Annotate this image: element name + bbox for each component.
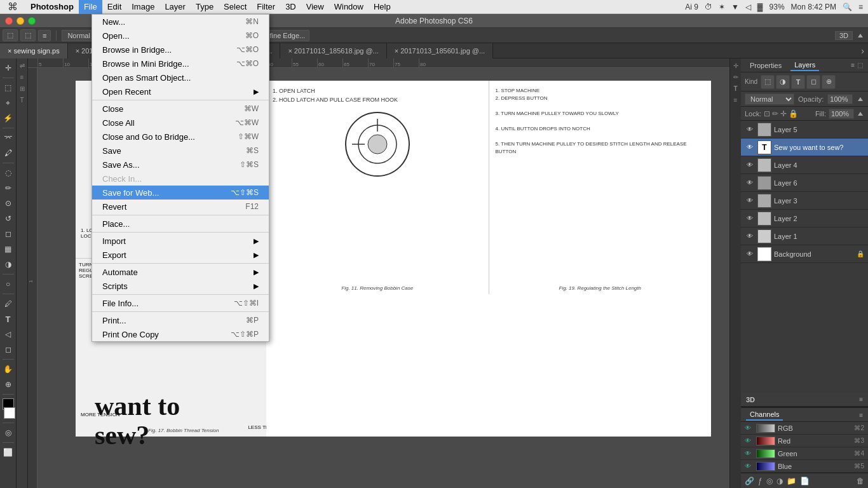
layer-item-bg[interactable]: 👁 Background 🔒	[741, 245, 868, 263]
channel-eye-green[interactable]: 👁	[745, 450, 754, 457]
maximize-button[interactable]	[28, 17, 36, 25]
menu-save-web[interactable]: Save for Web... ⌥⇧⌘S	[92, 186, 269, 200]
layer-eye-1[interactable]: 👁	[745, 231, 755, 241]
heal-tool[interactable]: ◌	[1, 166, 15, 180]
3d-button[interactable]: 3D	[835, 31, 853, 40]
type-tool[interactable]: T	[1, 312, 15, 326]
zoom-tool[interactable]: ⊕	[1, 377, 15, 391]
background-color[interactable]	[4, 407, 15, 419]
menu-layer[interactable]: Layer	[159, 0, 191, 14]
link-layers-btn[interactable]: 🔗	[745, 477, 754, 485]
menu-view[interactable]: View	[301, 0, 329, 14]
layer-eye-3[interactable]: 👁	[745, 196, 755, 206]
channels-menu-icon[interactable]: ≡	[859, 412, 863, 419]
panel-toggle-3[interactable]: ⊞	[18, 84, 27, 93]
layer-eye-2[interactable]: 👁	[745, 214, 755, 224]
eyedropper-tool[interactable]: 🖍	[1, 146, 15, 160]
filter-shape-icon[interactable]: ◻	[806, 75, 820, 89]
time-machine-icon[interactable]: ⏱	[705, 3, 712, 11]
channel-eye-blue[interactable]: 👁	[745, 463, 754, 470]
add-mask-btn[interactable]: ◎	[766, 477, 773, 485]
gradient-tool[interactable]: ▦	[1, 242, 15, 256]
menu-print-one[interactable]: Print One Copy ⌥⇧⌘P	[92, 327, 269, 341]
channel-blue[interactable]: 👁 Blue ⌘5	[741, 460, 868, 473]
menu-save-as[interactable]: Save As... ⇧⌘S	[92, 158, 269, 172]
blur-tool[interactable]: ◑	[1, 257, 15, 271]
eraser-tool[interactable]: ◻	[1, 227, 15, 241]
panel-collapse-icon[interactable]: ≡	[851, 62, 855, 69]
menu-open[interactable]: Open... ⌘O	[92, 29, 269, 43]
minimize-button[interactable]	[17, 17, 24, 25]
properties-tab[interactable]: Properties	[746, 60, 785, 71]
lock-pixels-icon[interactable]: ⊡	[764, 109, 770, 118]
tab-3[interactable]: × 20171013_185618.jpg @...	[280, 43, 386, 58]
menu-print[interactable]: Print... ⌘P	[92, 313, 269, 327]
filter-pixel-icon[interactable]: ⬚	[761, 75, 775, 89]
expand-icon[interactable]	[855, 30, 865, 41]
lock-position-icon[interactable]: ✏	[772, 109, 778, 118]
path-select-tool[interactable]: ◁	[1, 327, 15, 341]
pen-tool[interactable]: 🖊	[1, 297, 15, 311]
panel-expand-icon[interactable]: ⬚	[857, 62, 863, 69]
blend-mode-select[interactable]: Normal	[745, 93, 794, 105]
menu-revert[interactable]: Revert F12	[92, 200, 269, 214]
history-tool[interactable]: ↺	[1, 212, 15, 226]
menu-select[interactable]: Select	[219, 0, 252, 14]
menu-save[interactable]: Save ⌘S	[92, 144, 269, 158]
add-style-btn[interactable]: ƒ	[758, 477, 763, 485]
layer-item-5[interactable]: 👁 Layer 5	[741, 121, 868, 139]
layer-item-1[interactable]: 👁 Layer 1	[741, 227, 868, 245]
tab-sewing[interactable]: × sewing sign.ps	[0, 43, 68, 58]
menu-file-info[interactable]: File Info... ⌥⇧⌘I	[92, 296, 269, 310]
opacity-toggle-icon[interactable]	[857, 95, 864, 103]
marquee-options[interactable]: ⬚	[20, 29, 36, 41]
lasso-tool[interactable]: ⌖	[1, 96, 15, 110]
layer-eye-text[interactable]: 👁	[745, 142, 755, 152]
layer-eye-5[interactable]: 👁	[745, 125, 755, 135]
menu-import[interactable]: Import ▶	[92, 234, 269, 248]
panel-toggle-2[interactable]: ≡	[18, 72, 27, 81]
tab-4[interactable]: × 20171013_185601.jpg @...	[387, 43, 493, 58]
menu-close-bridge[interactable]: Close and Go to Bridge... ⇧⌘W	[92, 130, 269, 144]
3d-collapse[interactable]: ≡	[859, 396, 863, 403]
menu-3d[interactable]: 3D	[280, 0, 301, 14]
menu-close-all[interactable]: Close All ⌥⌘W	[92, 116, 269, 130]
side-brush-icon[interactable]: ✏	[731, 72, 740, 81]
menu-open-recent[interactable]: Open Recent ▶	[92, 85, 269, 98]
filter-adjustment-icon[interactable]: ◑	[776, 75, 790, 89]
screen-mode[interactable]: ⬜	[1, 445, 15, 459]
layer-eye-4[interactable]: 👁	[745, 160, 755, 170]
menu-filter[interactable]: Filter	[252, 0, 280, 14]
filter-smart-icon[interactable]: ⊕	[822, 75, 836, 89]
menu-type[interactable]: Type	[191, 0, 219, 14]
channel-green[interactable]: 👁 Green ⌘4	[741, 447, 868, 460]
menu-edit[interactable]: Edit	[102, 0, 126, 14]
selection-tool-btn[interactable]: ⬚	[3, 29, 18, 41]
menu-scripts[interactable]: Scripts ▶	[92, 279, 269, 293]
layer-item-3[interactable]: 👁 Layer 3	[741, 192, 868, 210]
menu-file[interactable]: File	[79, 0, 102, 14]
side-move-icon[interactable]: ✛	[731, 61, 740, 70]
menu-help[interactable]: Help	[369, 0, 396, 14]
wifi-icon[interactable]: ▼	[731, 3, 739, 11]
notification-icon[interactable]: ≡	[858, 3, 863, 11]
side-options-icon[interactable]: ≡	[731, 95, 740, 104]
search-icon[interactable]: 🔍	[843, 3, 852, 11]
layer-eye-6[interactable]: 👁	[745, 178, 755, 188]
menu-browse-bridge[interactable]: Browse in Bridge... ⌥⌘O	[92, 43, 269, 57]
menu-automate[interactable]: Automate ▶	[92, 265, 269, 279]
shape-tool[interactable]: ◻	[1, 342, 15, 356]
crop-tool[interactable]: ⌤	[1, 131, 15, 145]
refine-options[interactable]: ≡	[38, 30, 51, 41]
lock-move-icon[interactable]: ✛	[780, 109, 787, 118]
layer-item-2[interactable]: 👁 Layer 2	[741, 210, 868, 227]
layer-item-4[interactable]: 👁 Layer 4	[741, 156, 868, 174]
menu-image[interactable]: Image	[126, 0, 159, 14]
channel-red[interactable]: 👁 Red ⌘3	[741, 435, 868, 447]
menu-window[interactable]: Window	[329, 0, 369, 14]
channels-tab[interactable]: Channels	[746, 409, 783, 421]
layer-item-6[interactable]: 👁 Layer 6	[741, 174, 868, 192]
menu-export[interactable]: Export ▶	[92, 248, 269, 262]
marquee-tool[interactable]: ⬚	[1, 81, 15, 95]
quick-mask-toggle[interactable]: ◎	[1, 426, 15, 440]
